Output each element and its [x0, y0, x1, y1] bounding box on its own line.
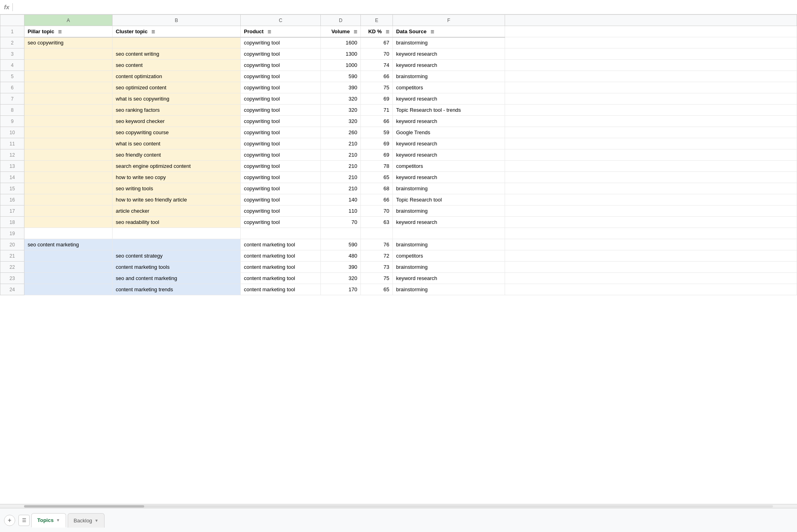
cell-b-22[interactable]: content marketing tools: [113, 262, 241, 273]
cell-b-8[interactable]: seo ranking factors: [113, 105, 241, 116]
cell-d-11[interactable]: 210: [321, 138, 361, 149]
cell-c-24[interactable]: content marketing tool: [241, 284, 321, 295]
cell-c-13[interactable]: copywriting tool: [241, 161, 321, 172]
cell-b-5[interactable]: content optimization: [113, 71, 241, 82]
cell-d-15[interactable]: 210: [321, 183, 361, 194]
cell-f-17[interactable]: brainstorming: [393, 206, 505, 217]
cell-e-23[interactable]: 75: [361, 273, 393, 284]
scroll-track[interactable]: [24, 505, 773, 508]
cell-c-5[interactable]: copywriting tool: [241, 71, 321, 82]
cell-f-22[interactable]: brainstorming: [393, 262, 505, 273]
cell-d-14[interactable]: 210: [321, 172, 361, 183]
cell-c-20[interactable]: content marketing tool: [241, 239, 321, 250]
horizontal-scrollbar[interactable]: [0, 504, 797, 508]
cell-e-7[interactable]: 69: [361, 93, 393, 105]
cell-d-22[interactable]: 390: [321, 262, 361, 273]
cell-e-6[interactable]: 75: [361, 82, 393, 93]
cell-c-3[interactable]: copywriting tool: [241, 48, 321, 60]
scroll-thumb[interactable]: [24, 505, 144, 508]
col-b-header[interactable]: B: [113, 15, 241, 26]
col-c-header[interactable]: C: [241, 15, 321, 26]
cell-c-19[interactable]: [241, 228, 321, 239]
cell-e-4[interactable]: 74: [361, 60, 393, 71]
cell-d-4[interactable]: 1000: [321, 60, 361, 71]
cell-a-7[interactable]: [24, 93, 113, 105]
cell-a-14[interactable]: [24, 172, 113, 183]
cell-b-24[interactable]: content marketing trends: [113, 284, 241, 295]
cell-c-16[interactable]: copywriting tool: [241, 194, 321, 206]
cell-b-4[interactable]: seo content: [113, 60, 241, 71]
cell-c-21[interactable]: content marketing tool: [241, 250, 321, 262]
cell-d-7[interactable]: 320: [321, 93, 361, 105]
cell-a-11[interactable]: [24, 138, 113, 149]
cell-f-12[interactable]: keyword research: [393, 149, 505, 161]
cell-f-6[interactable]: competitors: [393, 82, 505, 93]
cell-b-2[interactable]: [113, 37, 241, 48]
header-kd[interactable]: KD % ☰: [361, 26, 393, 37]
header-volume[interactable]: Volume ☰: [321, 26, 361, 37]
cell-b-3[interactable]: seo content writing: [113, 48, 241, 60]
cell-f-19[interactable]: [393, 228, 505, 239]
cell-f-5[interactable]: brainstorming: [393, 71, 505, 82]
cell-e-11[interactable]: 69: [361, 138, 393, 149]
cell-b-9[interactable]: seo keyword checker: [113, 116, 241, 127]
cell-f-7[interactable]: keyword research: [393, 93, 505, 105]
cell-b-16[interactable]: how to write seo friendly article: [113, 194, 241, 206]
cell-f-16[interactable]: Topic Research tool: [393, 194, 505, 206]
cell-f-24[interactable]: brainstorming: [393, 284, 505, 295]
cell-a-5[interactable]: [24, 71, 113, 82]
cell-f-10[interactable]: Google Trends: [393, 127, 505, 138]
cell-e-10[interactable]: 59: [361, 127, 393, 138]
cell-d-9[interactable]: 320: [321, 116, 361, 127]
cell-e-21[interactable]: 72: [361, 250, 393, 262]
cell-b-13[interactable]: search engine optimized content: [113, 161, 241, 172]
cell-e-22[interactable]: 73: [361, 262, 393, 273]
cell-a-23[interactable]: [24, 273, 113, 284]
cell-b-12[interactable]: seo friendly content: [113, 149, 241, 161]
cell-d-18[interactable]: 70: [321, 217, 361, 228]
cell-d-6[interactable]: 390: [321, 82, 361, 93]
col-d-header[interactable]: D: [321, 15, 361, 26]
cell-c-17[interactable]: copywriting tool: [241, 206, 321, 217]
tab-backlog-dropdown-icon[interactable]: ▼: [95, 518, 99, 523]
cell-f-18[interactable]: keyword research: [393, 217, 505, 228]
tab-backlog[interactable]: Backlog ▼: [68, 513, 105, 528]
filter-icon-b[interactable]: ☰: [151, 30, 155, 34]
header-cluster-topic[interactable]: Cluster topic ☰: [113, 26, 241, 37]
cell-a-16[interactable]: [24, 194, 113, 206]
cell-b-21[interactable]: seo content strategy: [113, 250, 241, 262]
filter-icon-f[interactable]: ☰: [431, 30, 434, 34]
cell-e-13[interactable]: 78: [361, 161, 393, 172]
cell-f-14[interactable]: keyword research: [393, 172, 505, 183]
cell-c-23[interactable]: content marketing tool: [241, 273, 321, 284]
cell-e-16[interactable]: 66: [361, 194, 393, 206]
filter-icon-d[interactable]: ☰: [354, 30, 357, 34]
cell-d-13[interactable]: 210: [321, 161, 361, 172]
cell-c-11[interactable]: copywriting tool: [241, 138, 321, 149]
cell-a-20[interactable]: seo content marketing: [24, 239, 113, 250]
cell-c-18[interactable]: copywriting tool: [241, 217, 321, 228]
cell-c-22[interactable]: content marketing tool: [241, 262, 321, 273]
cell-a-6[interactable]: [24, 82, 113, 93]
filter-icon-a[interactable]: ☰: [58, 30, 62, 34]
cell-b-10[interactable]: seo copywriting course: [113, 127, 241, 138]
cell-e-2[interactable]: 67: [361, 37, 393, 48]
cell-a-24[interactable]: [24, 284, 113, 295]
cell-a-22[interactable]: [24, 262, 113, 273]
tab-topics[interactable]: Topics ▼: [31, 513, 66, 528]
add-sheet-button[interactable]: +: [4, 515, 15, 526]
cell-b-17[interactable]: article checker: [113, 206, 241, 217]
cell-b-6[interactable]: seo optimized content: [113, 82, 241, 93]
cell-a-21[interactable]: [24, 250, 113, 262]
cell-c-15[interactable]: copywriting tool: [241, 183, 321, 194]
cell-a-2[interactable]: seo copywriting: [24, 37, 113, 48]
cell-b-15[interactable]: seo writing tools: [113, 183, 241, 194]
cell-d-24[interactable]: 170: [321, 284, 361, 295]
cell-a-19[interactable]: [24, 228, 113, 239]
cell-e-3[interactable]: 70: [361, 48, 393, 60]
cell-e-9[interactable]: 66: [361, 116, 393, 127]
tab-topics-dropdown-icon[interactable]: ▼: [56, 518, 60, 522]
sheet-table-wrapper[interactable]: A B C D E F 1 Pillar topic ☰ Clus: [0, 14, 797, 504]
cell-f-13[interactable]: competitors: [393, 161, 505, 172]
cell-f-4[interactable]: keyword research: [393, 60, 505, 71]
